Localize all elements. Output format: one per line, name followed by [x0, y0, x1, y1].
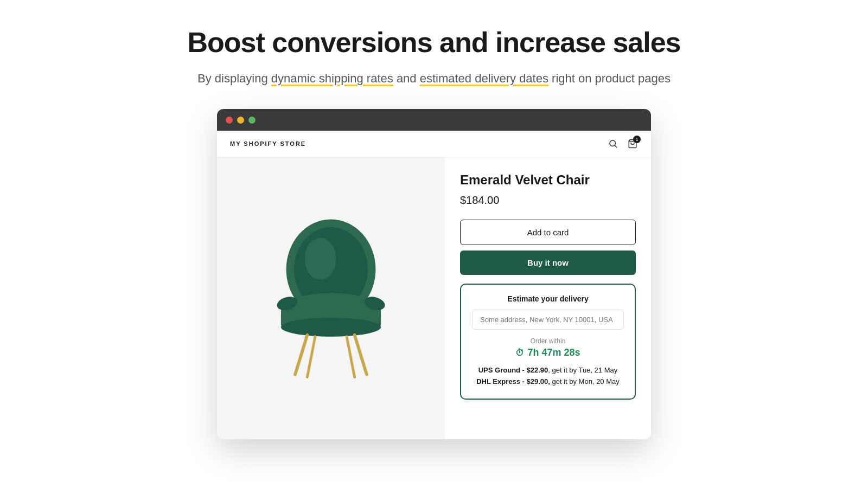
subheadline-mid: and [393, 72, 420, 85]
svg-line-13 [347, 337, 355, 377]
product-layout: Emerald Velvet Chair $184.00 Add to card… [217, 157, 651, 439]
delivery-box-title: Estimate your delivery [472, 294, 624, 303]
store-nav-icons: 1 [608, 138, 638, 149]
dhl-carrier: DHL Express - $29.00, [476, 377, 550, 386]
delivery-address-input[interactable] [472, 310, 624, 330]
product-image-area [217, 157, 445, 439]
cart-badge: 1 [633, 136, 641, 143]
shipping-option-dhl: DHL Express - $29.00, get it by Mon, 20 … [472, 377, 624, 386]
subheadline-pre: By displaying [197, 72, 271, 85]
countdown-value: 7h 47m 28s [527, 347, 580, 358]
search-icon[interactable] [608, 138, 618, 149]
subheadline-link-shipping: dynamic shipping rates [271, 72, 393, 85]
product-title: Emerald Velvet Chair [460, 172, 636, 188]
page-headline: Boost conversions and increase sales [187, 26, 680, 59]
browser-titlebar [217, 109, 651, 131]
browser-dot-minimize[interactable] [237, 117, 244, 124]
add-to-cart-button[interactable]: Add to card [460, 220, 636, 245]
browser-dot-close[interactable] [226, 117, 233, 124]
page-subheadline: By displaying dynamic shipping rates and… [197, 69, 671, 87]
ups-carrier: UPS Ground - $22.90 [478, 366, 548, 374]
svg-line-10 [295, 335, 307, 375]
cart-icon[interactable]: 1 [627, 138, 638, 149]
subheadline-link-delivery: estimated delivery dates [420, 72, 548, 85]
clock-icon: ⏱ [515, 348, 524, 358]
delivery-estimate-box: Estimate your delivery Order within ⏱ 7h… [460, 284, 636, 400]
svg-line-12 [307, 337, 315, 377]
product-price: $184.00 [460, 194, 636, 207]
product-details: Emerald Velvet Chair $184.00 Add to card… [445, 157, 651, 439]
countdown-timer: ⏱ 7h 47m 28s [472, 347, 624, 358]
buy-now-button[interactable]: Buy it now [460, 251, 636, 275]
svg-line-11 [355, 335, 367, 375]
store-nav: MY SHOPIFY STORE 1 [217, 131, 651, 157]
dhl-eta: get it by Mon, 20 May [552, 377, 619, 386]
shipping-option-ups: UPS Ground - $22.90, get it by Tue, 21 M… [472, 366, 624, 374]
ups-eta: get it by Tue, 21 May [552, 366, 618, 374]
chair-image [255, 211, 407, 385]
subheadline-post: right on product pages [548, 72, 671, 85]
svg-line-1 [615, 145, 616, 147]
order-within-label: Order within [472, 337, 624, 345]
svg-point-7 [281, 318, 381, 337]
browser-content: MY SHOPIFY STORE 1 [217, 131, 651, 439]
svg-point-0 [610, 140, 616, 146]
browser-dot-fullscreen[interactable] [248, 117, 256, 124]
browser-window: MY SHOPIFY STORE 1 [217, 109, 651, 439]
store-logo: MY SHOPIFY STORE [230, 140, 306, 147]
svg-point-14 [305, 237, 336, 280]
